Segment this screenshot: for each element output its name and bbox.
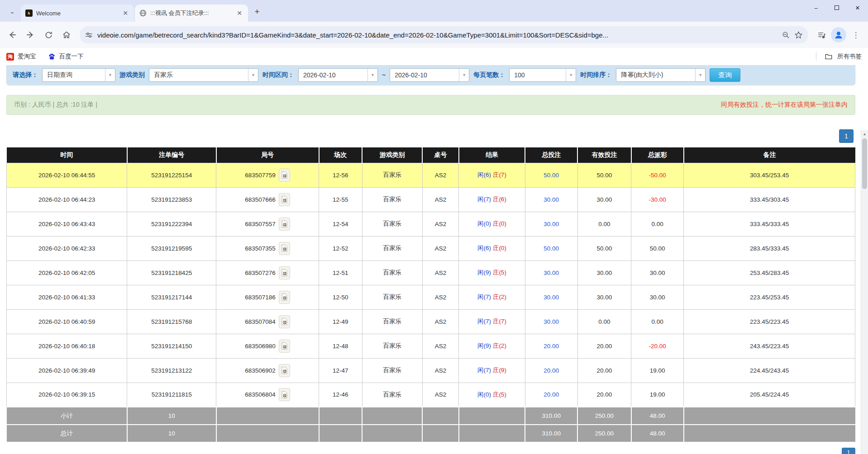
round-number: 683507084 bbox=[245, 318, 276, 325]
chevron-down-icon: ▼ bbox=[105, 69, 115, 81]
col-payout: 总派彩 bbox=[631, 147, 684, 163]
cell-payout: 19.00 bbox=[631, 383, 684, 407]
close-window-button[interactable]: ✕ bbox=[847, 0, 868, 15]
cell-bet-id: 523191214150 bbox=[127, 334, 216, 358]
cell-game: 百家乐 bbox=[362, 285, 422, 309]
cell-payout: -50.00 bbox=[631, 163, 684, 187]
cell-bet-id: 523191211815 bbox=[127, 383, 216, 407]
cell-remark: 205.45/224.45 bbox=[684, 383, 855, 407]
video-record-icon[interactable] bbox=[279, 315, 290, 328]
col-round: 局号 bbox=[216, 147, 319, 163]
banker-result: 庄(7) bbox=[493, 171, 506, 178]
col-game: 游戏类别 bbox=[362, 147, 422, 163]
table-row: 2026-02-10 06:44:23 523191223853 6835076… bbox=[7, 187, 855, 212]
player-result: 闲(7) bbox=[477, 293, 491, 300]
col-remark: 备注 bbox=[684, 147, 855, 163]
video-record-icon[interactable] bbox=[279, 364, 290, 377]
reload-icon[interactable] bbox=[41, 27, 56, 43]
page-1-button[interactable]: 1 bbox=[839, 129, 854, 143]
date-end-select[interactable]: 2026-02-10 ▼ bbox=[390, 68, 469, 82]
url-text[interactable]: videoie.com/game/betrecord_search/kind3?… bbox=[97, 31, 777, 39]
maximize-button[interactable] bbox=[826, 0, 847, 15]
cell-table: AS2 bbox=[422, 285, 459, 309]
game-category-select[interactable]: 百家乐 ▼ bbox=[149, 68, 258, 82]
total-payout: 48.00 bbox=[631, 425, 684, 442]
cell-payout: 19.00 bbox=[631, 358, 684, 383]
video-record-icon[interactable] bbox=[279, 291, 290, 304]
page-1-button-bottom[interactable]: 1 bbox=[842, 448, 855, 454]
sort-select[interactable]: 降幂(由大到小) ▼ bbox=[616, 68, 706, 82]
cell-result: 闲(9) 庄(5) bbox=[459, 260, 525, 285]
all-bookmarks-label[interactable]: 所有书签 bbox=[837, 52, 862, 61]
bookmark-baidu[interactable]: 百度一下 bbox=[48, 52, 84, 61]
kebab-menu-icon[interactable]: ⋮ bbox=[848, 27, 863, 43]
col-session: 场次 bbox=[319, 147, 362, 163]
page-content: 请选择： 日期查询 ▼ 游戏类别 百家乐 ▼ 时间区间： 2026-02-10 … bbox=[0, 65, 868, 454]
vertical-scrollbar[interactable]: ▲ ▼ bbox=[861, 130, 868, 454]
home-icon[interactable] bbox=[59, 27, 74, 43]
cell-remark: 333.45/303.45 bbox=[684, 187, 855, 212]
round-number: 683507355 bbox=[245, 245, 276, 252]
banker-result: 庄(5) bbox=[493, 391, 506, 398]
cell-round: 683506980 bbox=[216, 334, 319, 358]
col-result: 结果 bbox=[459, 147, 525, 163]
cell-total-bet: 30.00 bbox=[525, 212, 577, 236]
cell-bet-id: 523191222394 bbox=[127, 212, 216, 236]
video-record-icon[interactable] bbox=[279, 340, 290, 353]
cell-result: 闲(0) 庄(0) bbox=[459, 212, 525, 236]
page-size-select[interactable]: 100 ▼ bbox=[509, 68, 576, 82]
forward-icon[interactable] bbox=[23, 27, 38, 43]
col-table: 桌号 bbox=[422, 147, 459, 163]
banker-result: 庄(0) bbox=[493, 220, 506, 227]
cell-payout: -20.00 bbox=[631, 334, 684, 358]
new-tab-button[interactable]: + bbox=[251, 5, 263, 18]
tab-betrecord[interactable]: :::视讯 会员下注纪录::: ✕ bbox=[135, 5, 248, 22]
back-icon[interactable] bbox=[5, 27, 20, 43]
cell-table: AS2 bbox=[422, 163, 459, 187]
bookmark-label: 爱淘宝 bbox=[18, 52, 36, 61]
video-record-icon[interactable] bbox=[279, 242, 290, 255]
query-type-select[interactable]: 日期查询 ▼ bbox=[42, 68, 115, 82]
banker-result: 庄(9) bbox=[493, 367, 506, 374]
tab-strip: ⌄ ♞ Welcome ✕ :::视讯 会员下注纪录::: ✕ + – ✕ bbox=[0, 0, 868, 22]
close-tab-icon[interactable]: ✕ bbox=[121, 9, 129, 17]
scroll-up-icon[interactable]: ▲ bbox=[861, 130, 868, 137]
cell-remark: 283.45/333.45 bbox=[684, 236, 855, 260]
video-record-icon[interactable] bbox=[279, 218, 290, 231]
video-record-icon[interactable] bbox=[279, 266, 290, 279]
table-row: 2026-02-10 06:42:33 523191219595 6835073… bbox=[7, 236, 855, 260]
player-result: 闲(0) bbox=[477, 220, 491, 227]
close-tab-icon[interactable]: ✕ bbox=[235, 9, 243, 17]
search-button[interactable]: 查询 bbox=[710, 68, 740, 82]
player-result: 闲(0) bbox=[477, 391, 491, 398]
chevron-down-icon: ▼ bbox=[367, 69, 377, 81]
date-start-select[interactable]: 2026-02-10 ▼ bbox=[298, 68, 378, 82]
cell-result: 闲(7) 庄(9) bbox=[459, 358, 525, 383]
video-record-icon[interactable] bbox=[279, 169, 290, 182]
subtotal-label: 小计 bbox=[7, 407, 127, 425]
video-record-icon[interactable] bbox=[279, 388, 290, 401]
tab-search-chevron-icon[interactable]: ⌄ bbox=[5, 5, 19, 18]
cell-table: AS2 bbox=[422, 212, 459, 236]
address-bar[interactable]: videoie.com/game/betrecord_search/kind3?… bbox=[80, 26, 808, 43]
scrollbar-thumb[interactable] bbox=[862, 138, 867, 189]
cell-bet-id: 523191219595 bbox=[127, 236, 216, 260]
profile-avatar[interactable] bbox=[831, 27, 846, 43]
zoom-icon[interactable] bbox=[782, 31, 790, 39]
player-result: 闲(6) bbox=[477, 245, 491, 251]
cell-bet-id: 523191215768 bbox=[127, 309, 216, 334]
cell-remark: 333.45/333.45 bbox=[684, 212, 855, 236]
minimize-button[interactable]: – bbox=[806, 0, 826, 15]
table-row: 2026-02-10 06:44:55 523191225154 6835077… bbox=[7, 163, 855, 187]
tab-welcome[interactable]: ♞ Welcome ✕ bbox=[21, 5, 134, 22]
round-number: 683507666 bbox=[245, 196, 276, 203]
round-number: 683507759 bbox=[245, 172, 276, 179]
cell-game: 百家乐 bbox=[362, 260, 422, 285]
media-controls-icon[interactable] bbox=[814, 27, 829, 43]
video-record-icon[interactable] bbox=[279, 193, 290, 206]
page-size-value: 100 bbox=[510, 69, 566, 81]
bookmark-star-icon[interactable] bbox=[794, 31, 803, 39]
site-settings-icon[interactable] bbox=[85, 31, 93, 39]
cell-round: 683507084 bbox=[216, 309, 319, 334]
bookmark-aitaobao[interactable]: 淘 爱淘宝 bbox=[6, 52, 36, 61]
